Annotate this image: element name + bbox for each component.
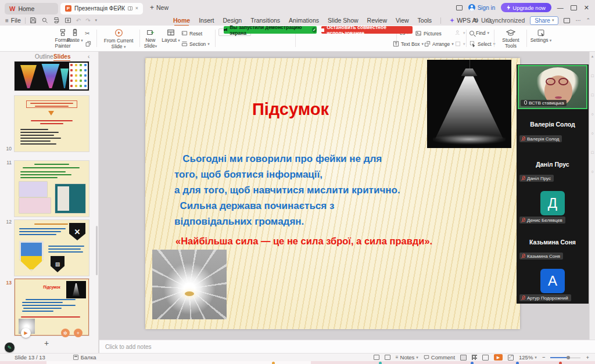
tab-animations[interactable]: Animations (289, 17, 319, 24)
slide-sorter-view-button[interactable] (472, 355, 477, 360)
slideshow-button[interactable]: ▶ (494, 354, 503, 361)
reset-button[interactable]: Reset (181, 30, 202, 37)
more-options-icon[interactable]: ⋯ (575, 17, 580, 23)
slide-thumbnail-12[interactable]: ✕ ▨ (15, 220, 89, 276)
copy-button[interactable] (85, 41, 91, 47)
redo-icon[interactable]: ↷ (85, 17, 90, 24)
handout-icon[interactable] (385, 355, 390, 360)
tab-home[interactable]: Home (173, 17, 190, 24)
chevron-down-icon[interactable]: ▾ (95, 18, 98, 23)
tab-transitions[interactable]: Transitions (250, 17, 280, 24)
zoom-in-button[interactable]: + (586, 354, 589, 361)
slide-title[interactable]: Підсумок (145, 100, 436, 119)
slide-thumbnail-9[interactable] (15, 62, 89, 91)
taskbar-app-icon[interactable] (516, 362, 519, 364)
wps-ai-button[interactable]: WPS AI (450, 17, 478, 24)
upgrade-now-button[interactable]: Upgrade now (501, 3, 551, 12)
section-button[interactable]: Section ▾ (181, 41, 210, 47)
play-from-slide-button[interactable]: ▶ (21, 328, 31, 338)
ribbon-layout-icon[interactable] (564, 18, 570, 23)
tab-slide-show[interactable]: Slide Show (328, 17, 359, 24)
pictures-button[interactable]: Pictures (415, 30, 442, 37)
layout-button[interactable]: Layout ▾ (160, 28, 181, 44)
sign-in-button[interactable]: Sign in (468, 4, 496, 11)
file-menu[interactable]: ≡ File (5, 17, 21, 24)
minimize-button[interactable]: — (557, 4, 564, 11)
export-icon[interactable] (64, 17, 71, 24)
print-preview-icon[interactable] (41, 17, 48, 24)
tab-view[interactable]: View (396, 17, 409, 24)
workspace-icon[interactable] (456, 5, 463, 10)
text-box-button[interactable]: Text Box ▾ (393, 41, 424, 47)
reading-view-button[interactable] (482, 355, 489, 361)
from-current-slide-button[interactable]: From Current Slide ▾ (99, 28, 138, 49)
taskbar-app-icon[interactable] (559, 362, 562, 364)
tab-design[interactable]: Design (223, 17, 242, 24)
settings-button[interactable]: Settings ▾ (528, 29, 554, 44)
sidebar-tool-icon[interactable]: □ (591, 74, 593, 78)
outline-tab[interactable]: Outline (35, 53, 53, 60)
theme-indicator[interactable]: Балка (73, 354, 96, 361)
tab-insert[interactable]: Insert (199, 17, 214, 24)
slide-body-text[interactable]: Сьогодні ми говорили про фейки не для то… (174, 151, 503, 229)
task-pane-icon[interactable] (374, 355, 379, 360)
close-window-button[interactable]: ✕ (584, 4, 589, 12)
share-button[interactable]: Share ▾ (530, 16, 558, 25)
tab-wps-home[interactable]: W Home (5, 3, 58, 15)
right-scrollbar-strip[interactable]: ▴ □ □ ○ ○ □ ○ ▾ (589, 52, 595, 353)
sidebar-tool-icon[interactable]: □ (591, 150, 593, 154)
animation-button[interactable]: ✲ (61, 329, 70, 337)
video-conference-panel[interactable]: ВСТВ ставицька Валерія Солод Валерія Сол… (517, 64, 589, 304)
slide-thumbnail-11[interactable] (15, 161, 89, 217)
taskbar-app-icon[interactable] (272, 362, 275, 364)
zoom-slider-knob[interactable] (567, 356, 570, 359)
arrange-button[interactable]: Arrange ▾ (424, 41, 454, 47)
add-slide-button[interactable]: + (44, 338, 49, 348)
add-button[interactable]: + (74, 329, 83, 337)
fit-slide-icon[interactable] (508, 355, 514, 361)
sidebar-tool-icon[interactable]: □ (591, 93, 593, 97)
undo-icon[interactable]: ↶ (76, 17, 81, 24)
slide-thumbnail-13-selected[interactable]: Підсумок (15, 279, 89, 336)
taskbar-active-app[interactable] (46, 361, 311, 364)
close-tab-icon[interactable]: × (135, 6, 138, 11)
sidebar-tool-icon[interactable]: ○ (591, 170, 593, 174)
student-tools-button[interactable]: Student Tools (496, 29, 525, 49)
paste-button[interactable]: Paste ▾ (65, 28, 85, 44)
slide-thumbnail-10[interactable] (15, 96, 89, 152)
cut-button[interactable]: ✂ (85, 30, 89, 37)
sidebar-tool-icon[interactable]: ○ (591, 112, 593, 116)
panel-scrollbar-thumb[interactable] (96, 226, 98, 275)
new-tab-button[interactable]: + New (150, 3, 169, 12)
restore-button[interactable] (571, 5, 577, 10)
taskbar-app-icon[interactable] (379, 362, 382, 364)
tab-review[interactable]: Review (367, 17, 387, 24)
light-burst-image[interactable] (152, 250, 227, 319)
normal-view-button[interactable] (460, 355, 467, 361)
select-button[interactable]: Select ▾ (469, 41, 495, 47)
notes-toggle[interactable]: ≡ Notes ▾ (396, 354, 418, 361)
sidebar-tool-icon[interactable]: ○ (591, 131, 593, 135)
spotlight-image[interactable] (427, 60, 511, 148)
save-icon[interactable] (30, 17, 37, 24)
notes-area[interactable]: Click to add notes (99, 340, 595, 353)
new-slide-button[interactable]: New Slide▾ (141, 28, 160, 49)
slide-13[interactable]: Підсумок Сьогодні ми говорили про фейки … (145, 58, 520, 329)
slide-quote-text[interactable]: «Найбільша сила — це не сила зброї, а си… (175, 236, 510, 247)
scroll-up-icon[interactable]: ▴ (592, 54, 594, 59)
find-button[interactable]: Find ▾ (469, 30, 489, 36)
annotation-pen-button[interactable]: ✎ (5, 343, 15, 352)
zoom-level[interactable]: 125% ▾ (519, 354, 537, 361)
tab-tools[interactable]: Tools (418, 17, 432, 24)
split-view-icon[interactable] (128, 6, 132, 10)
slides-tab[interactable]: Slides (53, 53, 70, 60)
stop-share-banner[interactable]: Остановить совместное использование (321, 26, 413, 34)
print-icon[interactable] (53, 17, 60, 24)
windows-taskbar[interactable] (0, 361, 595, 364)
presenter-video-tile[interactable]: ВСТВ ставицька (518, 65, 587, 109)
taskbar-app-icon[interactable] (471, 362, 474, 364)
comment-button[interactable]: Comment (424, 354, 455, 361)
search-icon[interactable] (486, 18, 491, 23)
zoom-slider[interactable] (550, 355, 580, 361)
editing-canvas[interactable]: Підсумок Сьогодні ми говорили про фейки … (99, 52, 589, 340)
